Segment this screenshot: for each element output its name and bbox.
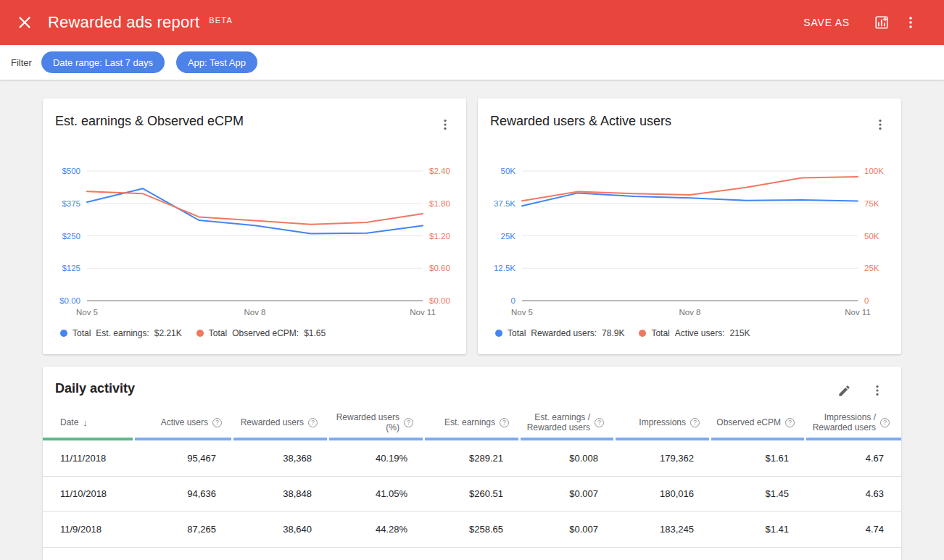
filter-bar: Filter Date range: Last 7 daysApp: Test … — [0, 45, 944, 80]
help-icon[interactable]: ? — [880, 418, 890, 427]
more-vert-icon — [874, 118, 887, 131]
left-axis-tick: $375 — [62, 199, 80, 208]
legend-value: 215K — [730, 328, 750, 338]
page-title: Rewarded ads report — [48, 13, 199, 32]
close-icon — [18, 16, 31, 29]
daily-activity-card: Daily activity Date↓Active users?R — [43, 367, 901, 560]
edit-icon — [837, 384, 851, 398]
help-icon[interactable]: ? — [404, 418, 413, 427]
cell-rewarded-users: 38,368 — [233, 440, 329, 476]
cell-date: 11/11/2018 — [43, 440, 135, 476]
chart-title: Rewarded users & Active users — [490, 114, 671, 129]
more-vert-icon — [903, 15, 918, 30]
table-row[interactable]: 11/9/201887,26538,64044.28%$258.65$0.007… — [43, 511, 901, 547]
edit-button[interactable] — [832, 380, 856, 401]
add-chart-button[interactable] — [867, 8, 896, 37]
right-axis-tick: 75K — [864, 199, 879, 208]
help-icon[interactable]: ? — [212, 418, 222, 427]
cell-est-earnings: $289.21 — [425, 440, 521, 476]
legend-dot — [196, 330, 204, 337]
legend-dot — [639, 330, 646, 337]
table-menu-button[interactable] — [865, 380, 890, 401]
column-label: Est. earnings — [444, 417, 495, 427]
more-vert-icon — [871, 384, 884, 397]
legend-item[interactable]: TotalActive users:215K — [639, 328, 750, 338]
legend-item[interactable]: TotalRewarded users:78.9K — [495, 328, 624, 338]
line-chart: $500$2.40$375$1.80$250$1.20$125$0.60$0.0… — [43, 149, 466, 319]
filter-label: Filter — [11, 57, 32, 68]
cell-impressions: 183,245 — [616, 511, 711, 547]
column-header-date[interactable]: Date↓ — [43, 404, 135, 440]
column-header-impressions-per-rewarded-user[interactable]: Impressions /Rewarded users? — [806, 404, 901, 440]
left-axis-tick: $250 — [62, 232, 80, 241]
legend-label: Est. earnings: — [96, 328, 149, 338]
table-body: 11/11/201895,46738,36840.19%$289.21$0.00… — [43, 440, 901, 547]
help-icon[interactable]: ? — [500, 418, 509, 427]
column-header-est-earnings[interactable]: Est. earnings? — [425, 404, 521, 440]
save-as-button[interactable]: SAVE AS — [796, 11, 857, 34]
column-header-impressions[interactable]: Impressions? — [616, 404, 711, 440]
left-axis-tick: 25K — [501, 232, 516, 241]
help-icon[interactable]: ? — [308, 418, 318, 427]
left-axis-tick: $0.00 — [59, 296, 80, 305]
left-axis-tick: $125 — [62, 264, 80, 272]
sort-desc-icon: ↓ — [83, 417, 88, 428]
help-icon[interactable]: ? — [785, 418, 795, 427]
column-header-rewarded-users-pct[interactable]: Rewarded users(%)? — [329, 404, 425, 440]
cell-impressions-per-rewarded-user: 4.74 — [806, 511, 901, 547]
column-label: Rewarded users(%) — [336, 412, 399, 432]
cell-impressions-per-rewarded-user: 4.63 — [806, 476, 901, 511]
column-header-observed-ecpm[interactable]: Observed eCPM? — [711, 404, 806, 440]
cell-rewarded-users: 38,640 — [233, 511, 329, 547]
legend-dot — [495, 330, 502, 337]
cell-rewarded-users-pct: 40.19% — [329, 440, 425, 476]
column-header-est-earnings-per-rewarded-user[interactable]: Est. earnings /Rewarded users? — [521, 404, 616, 440]
filter-chip[interactable]: Date range: Last 7 days — [41, 51, 165, 73]
header-left: Rewarded ads report BETA — [10, 8, 233, 37]
help-icon[interactable]: ? — [595, 418, 604, 427]
right-axis-tick: 50K — [864, 232, 879, 241]
cell-impressions: 180,016 — [616, 476, 711, 511]
add-chart-icon — [874, 14, 890, 30]
cell-est-earnings-per-rewarded-user: $0.007 — [521, 511, 616, 547]
cell-active-users: 95,467 — [135, 440, 233, 476]
legend-item[interactable]: TotalEst. earnings:$2.21K — [60, 328, 182, 338]
overflow-menu-button[interactable] — [896, 8, 925, 37]
left-axis-tick: 0 — [511, 296, 516, 305]
legend-value: $1.65 — [304, 328, 326, 338]
cell-date: 11/10/2018 — [43, 476, 135, 511]
daily-activity-table: Date↓Active users?Rewarded users?Rewarde… — [43, 404, 901, 548]
cell-est-earnings: $258.65 — [425, 511, 521, 547]
main-content: Est. earnings & Observed eCPM $500$2.40$… — [0, 80, 944, 560]
legend-value: $2.21K — [154, 328, 182, 338]
column-header-rewarded-users[interactable]: Rewarded users? — [233, 404, 329, 440]
cell-observed-ecpm: $1.45 — [711, 476, 806, 511]
column-label: Rewarded users — [241, 417, 304, 427]
right-axis-tick: $0.60 — [429, 264, 450, 272]
table-row[interactable]: 11/11/201895,46738,36840.19%$289.21$0.00… — [43, 440, 901, 476]
help-icon[interactable]: ? — [690, 418, 700, 427]
legend-item[interactable]: TotalObserved eCPM:$1.65 — [196, 328, 326, 338]
left-axis-tick: 50K — [501, 167, 516, 175]
column-label: Date — [60, 417, 78, 427]
charts-row: Est. earnings & Observed eCPM $500$2.40$… — [43, 99, 901, 354]
column-header-active-users[interactable]: Active users? — [135, 404, 233, 440]
app-root: Rewarded ads report BETA SAVE AS Filter … — [0, 0, 944, 560]
cell-impressions-per-rewarded-user: 4.67 — [806, 440, 901, 476]
filter-chip[interactable]: App: Test App — [176, 51, 257, 73]
chart-menu-button[interactable] — [433, 114, 457, 135]
cell-date: 11/9/2018 — [43, 511, 135, 547]
chart-card-header: Est. earnings & Observed eCPM — [43, 99, 466, 135]
legend-prefix: Total — [73, 328, 91, 338]
legend-label: Rewarded users: — [531, 328, 597, 338]
chart-legend: TotalEst. earnings:$2.21KTotalObserved e… — [60, 328, 466, 338]
table-card-header: Daily activity — [43, 367, 901, 401]
table-row[interactable]: 11/10/201894,63638,84841.05%$260.51$0.00… — [43, 476, 901, 511]
chart-menu-button[interactable] — [868, 114, 893, 135]
close-button[interactable] — [10, 8, 39, 37]
left-axis-tick: 12.5K — [494, 264, 516, 272]
right-axis-tick: 0 — [864, 296, 869, 305]
app-header: Rewarded ads report BETA SAVE AS — [0, 0, 944, 45]
cell-est-earnings-per-rewarded-user: $0.007 — [521, 476, 616, 511]
chart-legend: TotalRewarded users:78.9KTotalActive use… — [495, 328, 901, 338]
